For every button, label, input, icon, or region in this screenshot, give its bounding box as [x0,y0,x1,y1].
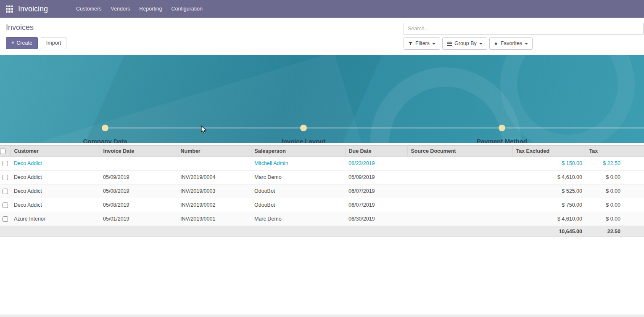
cell-customer[interactable]: Deco Addict [11,184,100,198]
create-button-label: Create [16,40,32,46]
cell-tax[interactable]: $ 0.00 [586,212,644,226]
cell-number[interactable]: INV/2019/0002 [177,198,251,212]
top-navbar: Invoicing Customers Vendors Reporting Co… [0,0,644,18]
cell-number[interactable]: INV/2019/0003 [177,184,251,198]
cell-source-document[interactable] [407,170,512,184]
cell-invoice-date[interactable]: 05/01/2019 [100,212,177,226]
row-checkbox[interactable] [3,189,8,194]
cell-number[interactable] [177,157,251,170]
cell-source-document[interactable] [407,212,512,226]
group-by-icon [447,42,452,46]
step-dot-invoice-layout [300,125,307,131]
step-title: Invoice Layout [245,138,362,143]
column-header-invoice-date[interactable]: Invoice Date [100,146,177,157]
row-checkbox[interactable] [3,216,8,222]
invoice-list-table: Customer Invoice Date Number Salesperson… [0,145,644,237]
app-brand[interactable]: Invoicing [18,5,48,13]
chevron-down-icon [525,43,528,45]
cell-customer[interactable]: Deco Addict [11,170,100,184]
plus-icon: + [11,40,14,46]
filter-icon [408,41,413,46]
column-header-tax-excluded[interactable]: Tax Excluded [512,146,586,157]
main-menu: Customers Vendors Reporting Configuratio… [71,0,207,18]
cell-number[interactable]: INV/2019/0001 [177,212,251,226]
table-row[interactable]: Azure Interior 05/01/2019 INV/2019/0001 … [0,212,644,226]
column-header-tax[interactable]: Tax [586,146,644,157]
nav-item-reporting[interactable]: Reporting [135,0,166,17]
search-input[interactable] [404,23,644,35]
cell-number[interactable]: INV/2019/0004 [177,170,251,184]
table-row[interactable]: Deco Addict 05/08/2019 INV/2019/0002 Odo… [0,198,644,212]
star-icon: ★ [494,41,498,46]
nav-item-customers[interactable]: Customers [71,0,106,17]
cell-customer[interactable]: Deco Addict [11,157,100,170]
cell-tax-excluded[interactable]: $ 4,610.00 [512,212,586,226]
cell-invoice-date[interactable] [100,157,177,170]
cell-source-document[interactable] [407,198,512,212]
group-by-button[interactable]: Group By [442,37,487,50]
footer-tax-total: 22.50 [586,226,644,237]
group-by-button-label: Group By [454,40,477,47]
step-title: Payment Method [443,138,561,143]
step-title: Company Data [46,138,164,143]
favorites-button[interactable]: ★ Favorites [489,37,533,50]
banner-decoration [500,55,635,143]
row-checkbox[interactable] [3,175,8,180]
cell-tax-excluded[interactable]: $ 750.00 [512,198,586,212]
cell-invoice-date[interactable]: 05/09/2019 [100,170,177,184]
column-header-due-date[interactable]: Due Date [345,146,407,157]
footer-tax-excluded-total: 10,645.00 [512,226,586,237]
nav-item-vendors[interactable]: Vendors [106,0,135,17]
row-checkbox[interactable] [3,202,8,208]
import-button[interactable]: Import [41,37,66,49]
row-checkbox[interactable] [3,161,8,166]
chevron-down-icon [432,43,435,45]
apps-menu-icon[interactable] [6,5,13,13]
cell-tax[interactable]: $ 0.00 [586,198,644,212]
cell-tax-excluded[interactable]: $ 150.00 [512,157,586,170]
cell-invoice-date[interactable]: 05/08/2019 [100,198,177,212]
cell-due-date[interactable]: 06/23/2019 [345,157,407,170]
onboarding-step-invoice-layout: Invoice Layout Customize the look of you… [245,138,362,143]
onboarding-banner: Company Data Set your company's data for… [0,55,644,143]
column-header-number[interactable]: Number [177,146,251,157]
cell-tax[interactable]: $ 0.00 [586,184,644,198]
table-header-row: Customer Invoice Date Number Salesperson… [0,146,644,157]
nav-item-configuration[interactable]: Configuration [167,0,207,17]
table-row[interactable]: Deco Addict 05/08/2019 INV/2019/0003 Odo… [0,184,644,198]
step-dot-company-data [102,125,108,131]
table-footer-row: 10,645.00 22.50 [0,226,644,237]
cell-salesperson[interactable]: OdooBot [251,184,345,198]
cell-salesperson[interactable]: Marc Demo [251,212,345,226]
cell-due-date[interactable]: 06/30/2019 [345,212,407,226]
onboarding-step-company-data: Company Data Set your company's data for… [46,138,164,143]
horizontal-scrollbar[interactable] [0,314,644,317]
select-all-checkbox[interactable] [0,149,5,154]
cell-invoice-date[interactable]: 05/08/2019 [100,184,177,198]
table-row[interactable]: Deco Addict 05/09/2019 INV/2019/0004 Mar… [0,170,644,184]
create-button[interactable]: +Create [6,37,38,49]
cell-tax[interactable]: $ 0.00 [586,170,644,184]
cell-due-date[interactable]: 06/07/2019 [345,184,407,198]
cell-tax-excluded[interactable]: $ 525.00 [512,184,586,198]
cell-salesperson[interactable]: Marc Demo [251,170,345,184]
cell-due-date[interactable]: 06/07/2019 [345,198,407,212]
cell-tax[interactable]: $ 22.50 [586,157,644,170]
cell-customer[interactable]: Deco Addict [11,198,100,212]
column-header-salesperson[interactable]: Salesperson [251,146,345,157]
cell-source-document[interactable] [407,157,512,170]
column-header-customer[interactable]: Customer [11,146,100,157]
column-header-source-document[interactable]: Source Document [407,146,512,157]
filters-button[interactable]: Filters [404,37,440,50]
cell-salesperson[interactable]: Mitchell Admin [251,157,345,170]
cell-tax-excluded[interactable]: $ 4,610.00 [512,170,586,184]
onboarding-step-payment-method: Payment Method Configure your payment me… [443,138,561,143]
cell-due-date[interactable]: 05/09/2019 [345,170,407,184]
table-row[interactable]: Deco Addict Mitchell Admin 06/23/2019 $ … [0,157,644,170]
banner-decoration [71,55,382,143]
cell-salesperson[interactable]: OdooBot [251,198,345,212]
cell-source-document[interactable] [407,184,512,198]
cell-customer[interactable]: Azure Interior [11,212,100,226]
banner-decoration [370,67,521,143]
control-panel: Invoices +Create Import Filters Group By… [0,18,644,55]
